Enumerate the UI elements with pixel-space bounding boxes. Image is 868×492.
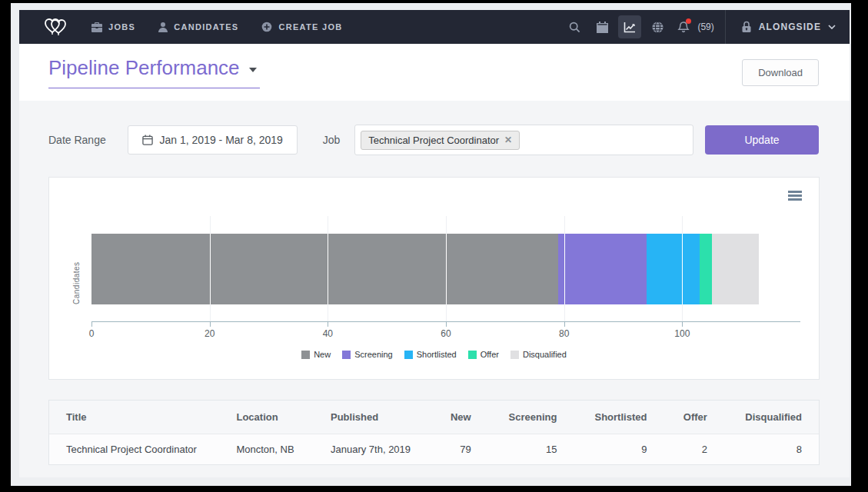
table-cell: Moncton, NB <box>219 434 314 465</box>
bar-segment-shortlisted[interactable] <box>647 234 700 304</box>
search-button[interactable] <box>563 15 586 38</box>
top-navbar: JOBS CANDIDATES CREATE JOB <box>19 10 850 44</box>
page-title: Pipeline Performance <box>48 56 240 80</box>
bar-segment-new[interactable] <box>91 234 558 304</box>
nav-right-icons: (59) ALONGSIDE <box>560 10 850 44</box>
legend-item-new[interactable]: New <box>301 350 331 359</box>
notifications-button[interactable] <box>677 21 690 33</box>
nav-item-candidates[interactable]: CANDIDATES <box>158 22 238 32</box>
calendar-button[interactable] <box>590 15 614 38</box>
legend-item-offer[interactable]: Offer <box>468 350 499 359</box>
legend-label: Shortlisted <box>417 350 457 359</box>
axis-tick <box>328 322 328 327</box>
date-range-input[interactable]: Jan 1, 2019 - Mar 8, 2019 <box>128 125 298 155</box>
chevron-down-icon <box>828 25 836 29</box>
bar-segment-offer[interactable] <box>700 234 711 304</box>
nav-item-create-job[interactable]: CREATE JOB <box>261 22 342 32</box>
job-tag-label: Technical Project Coordinator <box>368 135 499 146</box>
bar-segment-screening[interactable] <box>558 234 647 304</box>
job-tag: Technical Project Coordinator ✕ <box>361 131 520 150</box>
plus-circle-icon <box>261 22 272 32</box>
column-header-published: Published <box>314 401 431 434</box>
bar-segments <box>91 234 800 304</box>
pipeline-chart-card: Candidates 020406080100 NewScreeningShor… <box>48 177 820 380</box>
table-cell: 79 <box>431 434 488 465</box>
axis-tick-label: 100 <box>674 328 690 339</box>
axis-tick <box>564 322 565 327</box>
table-row: Technical Project CoordinatorMoncton, NB… <box>49 434 819 465</box>
search-icon <box>569 22 580 33</box>
app-logo[interactable] <box>42 15 70 38</box>
column-header-offer: Offer <box>663 401 723 434</box>
report-selector[interactable]: Pipeline Performance <box>48 56 260 88</box>
results-table-card: TitleLocationPublishedNewScreeningShortl… <box>48 400 820 465</box>
axis-tick-label: 0 <box>89 328 95 339</box>
legend-item-shortlisted[interactable]: Shortlisted <box>404 350 457 359</box>
table-cell: Technical Project Coordinator <box>49 434 219 465</box>
double-heart-icon <box>42 15 70 38</box>
analytics-icon <box>624 22 636 33</box>
axis-tick <box>446 322 447 327</box>
analytics-button[interactable] <box>618 15 641 38</box>
column-header-screening: Screening <box>488 401 574 434</box>
column-header-disqualified: Disqualified <box>724 401 819 434</box>
globe-button[interactable] <box>646 15 669 38</box>
calendar-icon <box>597 22 608 33</box>
axis-tick-label: 20 <box>205 328 215 339</box>
person-icon <box>158 22 168 32</box>
legend-label: New <box>314 350 331 359</box>
nav-item-label: JOBS <box>108 22 135 32</box>
axis-tick <box>210 322 211 327</box>
legend-swatch <box>404 351 413 359</box>
column-header-new: New <box>431 401 488 434</box>
filter-bar: Date Range Jan 1, 2019 - Mar 8, 2019 Job… <box>48 125 819 155</box>
update-button[interactable]: Update <box>705 125 819 155</box>
table-cell: January 7th, 2019 <box>314 434 431 465</box>
plot-area <box>91 216 800 322</box>
date-range-label: Date Range <box>48 134 106 146</box>
axis-tick-label: 60 <box>441 328 451 339</box>
account-menu[interactable]: ALONGSIDE <box>726 10 850 44</box>
notification-dot <box>686 18 691 24</box>
legend-swatch <box>510 351 519 359</box>
chart-legend: NewScreeningShortlistedOfferDisqualified <box>49 350 819 359</box>
legend-swatch <box>301 351 310 359</box>
calendar-icon <box>142 135 153 145</box>
table-cell: 15 <box>488 434 574 465</box>
bar-segment-disqualified[interactable] <box>712 234 759 304</box>
legend-label: Offer <box>481 350 499 359</box>
globe-icon <box>652 22 663 33</box>
legend-item-disqualified[interactable]: Disqualified <box>510 350 567 359</box>
axis-tick <box>682 322 683 327</box>
legend-swatch <box>342 351 351 359</box>
notification-count: (59) <box>697 22 713 32</box>
download-button[interactable]: Download <box>742 59 819 86</box>
remove-tag-icon[interactable]: ✕ <box>504 135 512 145</box>
table-cell: 2 <box>663 434 723 465</box>
table-header-row: TitleLocationPublishedNewScreeningShortl… <box>49 401 819 434</box>
table-cell: 8 <box>724 434 819 465</box>
nav-item-jobs[interactable]: JOBS <box>91 22 135 32</box>
date-range-value: Jan 1, 2019 - Mar 8, 2019 <box>160 134 283 146</box>
briefcase-icon <box>91 22 102 32</box>
legend-label: Screening <box>354 350 393 359</box>
nav-item-label: CREATE JOB <box>278 22 342 32</box>
axis-tick-label: 40 <box>323 328 333 339</box>
lock-icon <box>741 21 752 33</box>
legend-label: Disqualified <box>523 350 567 359</box>
chart-menu-icon[interactable] <box>788 191 802 202</box>
x-axis-labels: 020406080100 <box>91 328 800 339</box>
app-window: JOBS CANDIDATES CREATE JOB <box>19 10 850 477</box>
column-header-title: Title <box>49 401 219 434</box>
axis-tick-label: 80 <box>559 328 569 339</box>
axis-tick <box>91 322 92 327</box>
account-name: ALONGSIDE <box>759 22 821 32</box>
table-body: Technical Project CoordinatorMoncton, NB… <box>49 434 819 465</box>
nav-menu: JOBS CANDIDATES CREATE JOB <box>91 22 343 32</box>
legend-item-screening[interactable]: Screening <box>342 350 393 359</box>
results-table: TitleLocationPublishedNewScreeningShortl… <box>49 401 819 464</box>
column-header-shortlisted: Shortlisted <box>574 401 663 434</box>
caret-down-icon <box>249 68 257 72</box>
job-select-input[interactable]: Technical Project Coordinator ✕ <box>354 125 693 155</box>
table-cell: 9 <box>574 434 663 465</box>
